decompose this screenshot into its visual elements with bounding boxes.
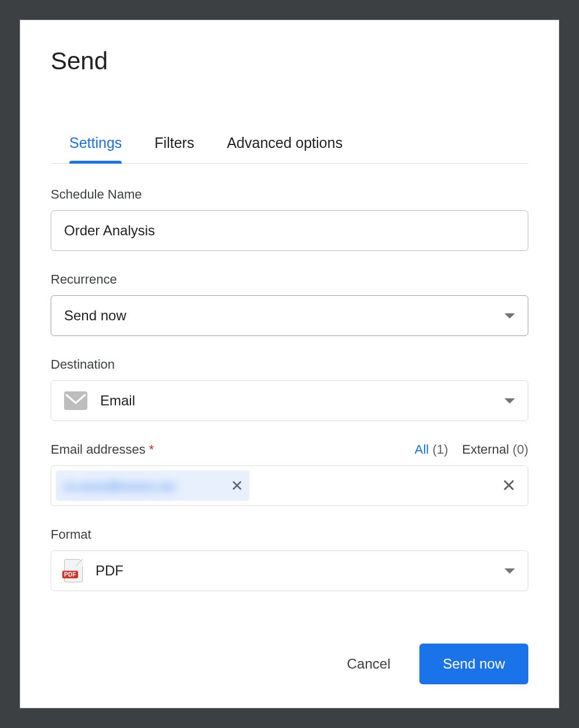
tab-filters[interactable]: Filters [154,133,194,163]
mail-icon [64,391,87,410]
send-now-button[interactable]: Send now [419,644,528,684]
email-addresses-input[interactable]: xx.xxxxx@xxxxxx.xxx ✕ ✕ [51,465,528,506]
email-addresses-field: Email addresses * All (1) External (0) [51,442,528,506]
settings-panel: Schedule Name Recurrence Send now Destin… [51,164,528,612]
remove-chip-icon[interactable]: ✕ [231,478,243,493]
send-dialog: Send Settings Filters Advanced options S… [20,20,559,708]
recurrence-select[interactable]: Send now [51,295,528,336]
tab-bar: Settings Filters Advanced options [51,133,528,164]
recurrence-label: Recurrence [51,272,528,287]
destination-label: Destination [51,357,528,372]
format-field: Format PDF PDF [51,527,528,591]
dialog-title: Send [51,47,528,75]
email-filter-external-count: (0) [513,442,528,457]
email-filter-all-count: (1) [432,442,448,457]
destination-field: Destination Email [51,357,528,421]
schedule-name-input[interactable] [51,210,528,251]
pdf-icon: PDF [64,559,83,582]
destination-select[interactable]: Email [51,380,528,421]
pdf-icon-badge: PDF [62,571,78,578]
clear-all-emails-icon[interactable]: ✕ [498,477,520,494]
format-select[interactable]: PDF PDF [51,550,528,591]
required-asterisk: * [149,442,154,457]
email-filter-external[interactable]: External [462,442,509,457]
tab-advanced-options[interactable]: Advanced options [227,133,343,163]
svg-rect-0 [64,391,87,410]
chevron-down-icon [504,313,515,319]
schedule-name-label: Schedule Name [51,187,528,202]
destination-selected-value: Email [100,393,135,409]
tab-settings[interactable]: Settings [69,133,122,163]
email-filter-all[interactable]: All [415,442,429,457]
dialog-footer: Cancel Send now [51,626,528,684]
schedule-name-field: Schedule Name [51,187,528,251]
chevron-down-icon [504,568,515,574]
cancel-button[interactable]: Cancel [344,655,394,673]
recurrence-selected-value: Send now [64,308,126,324]
recurrence-field: Recurrence Send now [51,272,528,336]
email-addresses-label: Email addresses [51,442,146,457]
format-selected-value: PDF [96,563,123,579]
email-chip: xx.xxxxx@xxxxxx.xxx ✕ [56,471,249,501]
email-chip-text: xx.xxxxx@xxxxxx.xxx [64,480,221,492]
format-label: Format [51,527,528,542]
chevron-down-icon [504,398,515,404]
